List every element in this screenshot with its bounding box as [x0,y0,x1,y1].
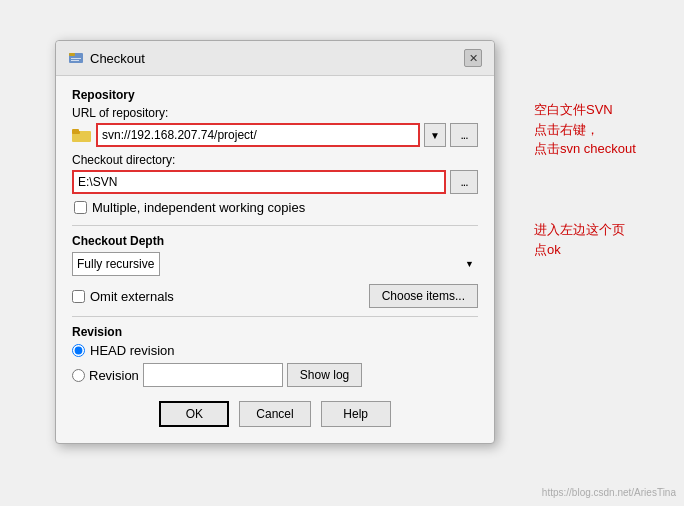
button-row: OK Cancel Help [72,401,478,431]
title-bar: Checkout ✕ [56,41,494,76]
revision-label: Revision [89,368,139,383]
close-button[interactable]: ✕ [464,49,482,67]
show-log-button[interactable]: Show log [287,363,362,387]
url-row: ▼ ... [72,123,478,147]
dialog-content: Repository URL of repository: ▼ ... Chec… [56,76,494,443]
section-divider-2 [72,316,478,317]
repository-section-label: Repository [72,88,478,102]
cancel-button[interactable]: Cancel [239,401,310,427]
revision-radio[interactable] [72,369,85,382]
multiple-copies-row: Multiple, independent working copies [72,200,478,215]
head-revision-row: HEAD revision [72,343,478,358]
head-revision-radio[interactable] [72,344,85,357]
url-label: URL of repository: [72,106,478,120]
checkout-dir-input[interactable] [72,170,446,194]
omit-choose-row: Omit externals Choose items... [72,284,478,308]
depth-row: Fully recursive [72,252,478,276]
depth-select-wrapper: Fully recursive [72,252,478,276]
checkout-dir-row: ... [72,170,478,194]
revision-input[interactable] [143,363,283,387]
annotation-top: 空白文件SVN点击右键，点击svn checkout [534,100,664,159]
help-button[interactable]: Help [321,401,391,427]
svg-rect-6 [72,129,79,133]
svg-rect-1 [69,53,75,56]
section-divider-1 [72,225,478,226]
multiple-copies-checkbox[interactable] [74,201,87,214]
dialog-title: Checkout [90,51,145,66]
omit-externals-label: Omit externals [90,289,174,304]
head-revision-label: HEAD revision [90,343,175,358]
multiple-copies-label: Multiple, independent working copies [92,200,305,215]
checkout-dialog: Checkout ✕ Repository URL of repository:… [55,40,495,444]
choose-items-button[interactable]: Choose items... [369,284,478,308]
checkout-dir-label: Checkout directory: [72,153,478,167]
svg-rect-3 [71,60,79,61]
svg-rect-2 [71,58,81,59]
folder-icon [72,127,92,143]
revision-section-label: Revision [72,325,478,339]
omit-externals-checkbox[interactable] [72,290,85,303]
ok-button[interactable]: OK [159,401,229,427]
url-input[interactable] [96,123,420,147]
title-bar-left: Checkout [68,50,145,66]
depth-select[interactable]: Fully recursive [72,252,160,276]
checkout-depth-label: Checkout Depth [72,234,478,248]
url-ellipsis-btn[interactable]: ... [450,123,478,147]
omit-left: Omit externals [72,289,174,304]
watermark: https://blog.csdn.net/AriesTina [542,487,676,498]
url-dropdown-btn[interactable]: ▼ [424,123,446,147]
revision-input-row: Revision Show log [72,363,478,387]
annotation-bottom: 进入左边这个页点ok [534,220,664,259]
checkout-dir-ellipsis-btn[interactable]: ... [450,170,478,194]
checkout-icon [68,50,84,66]
